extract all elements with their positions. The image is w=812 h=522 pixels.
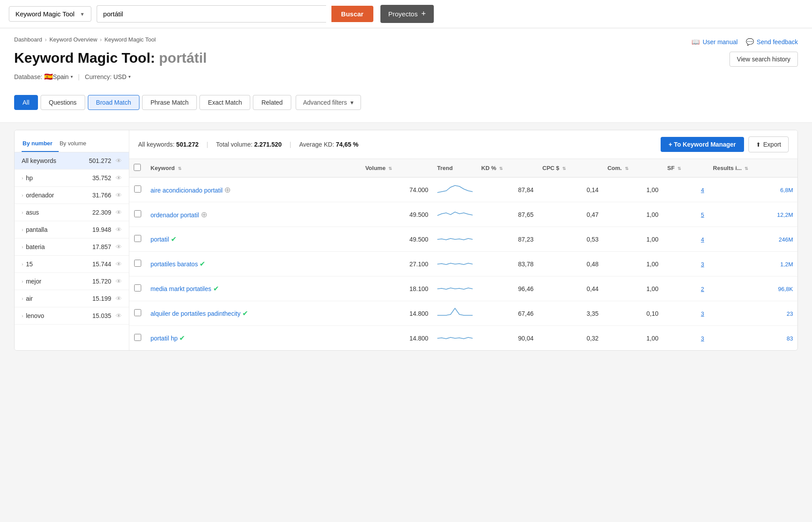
- row-checkbox[interactable]: [134, 210, 141, 217]
- results-link[interactable]: 6,8M: [780, 187, 793, 193]
- sf-link[interactable]: 4: [701, 187, 704, 193]
- col-volume[interactable]: Volume ⇅: [361, 159, 433, 178]
- sf-link[interactable]: 3: [701, 335, 704, 342]
- volume-cell: 49.500: [361, 202, 433, 227]
- row-checkbox[interactable]: [134, 235, 141, 242]
- sidebar-item[interactable]: › hp 35.752 👁: [15, 170, 129, 187]
- com-cell: 1,00: [603, 276, 663, 301]
- row-checkbox[interactable]: [134, 334, 141, 341]
- sf-link[interactable]: 5: [701, 212, 704, 218]
- keyword-link[interactable]: alquiler de portatiles padinthecity: [150, 310, 241, 317]
- eye-icon[interactable]: 👁: [116, 295, 122, 302]
- keyword-link[interactable]: portatil: [150, 236, 169, 243]
- col-sf[interactable]: SF ⇅: [663, 159, 709, 178]
- cpc-cell: 0,44: [538, 276, 603, 301]
- col-kd[interactable]: KD % ⇅: [477, 159, 538, 178]
- keyword-link[interactable]: aire acondicionado portatil: [150, 187, 222, 194]
- eye-icon[interactable]: 👁: [116, 278, 122, 285]
- volume-cell: 14.800: [361, 301, 433, 326]
- user-manual-link[interactable]: 📖 User manual: [692, 38, 737, 46]
- results-link[interactable]: 23: [787, 310, 793, 317]
- chevron-down-icon: ▼: [80, 11, 85, 17]
- tab-questions[interactable]: Questions: [41, 95, 85, 110]
- results-link[interactable]: 96,8K: [778, 286, 793, 292]
- eye-icon[interactable]: 👁: [116, 192, 122, 199]
- sidebar-item[interactable]: › mejor 15.720 👁: [15, 273, 129, 290]
- tab-related[interactable]: Related: [253, 95, 291, 110]
- sidebar-item[interactable]: › 15 15.744 👁: [15, 256, 129, 273]
- tab-phrase-match[interactable]: Phrase Match: [142, 95, 197, 110]
- col-results[interactable]: Results i... ⇅: [709, 159, 797, 178]
- send-feedback-link[interactable]: 💬 Send feedback: [746, 38, 798, 46]
- to-keyword-manager-button[interactable]: + To Keyword Manager: [661, 137, 744, 152]
- results-link[interactable]: 246M: [778, 236, 793, 243]
- eye-icon[interactable]: 👁: [116, 312, 122, 319]
- currency-selector[interactable]: USD ▾: [113, 73, 131, 80]
- database-selector[interactable]: Spain ▾: [53, 73, 73, 80]
- sidebar-item-count: 35.752: [92, 174, 111, 182]
- status-plus-icon[interactable]: ⊕: [224, 185, 231, 194]
- sidebar-item[interactable]: › lenovo 15.035 👁: [15, 307, 129, 325]
- row-checkbox-cell[interactable]: [129, 276, 146, 301]
- results-link[interactable]: 12,2M: [777, 212, 793, 218]
- tool-selector-button[interactable]: Keyword Magic Tool ▼: [9, 6, 91, 22]
- sf-link[interactable]: 2: [701, 286, 704, 292]
- export-button[interactable]: ⬆ Export: [748, 136, 789, 152]
- sf-link[interactable]: 4: [701, 236, 704, 243]
- results-link[interactable]: 1,2M: [780, 261, 793, 268]
- advanced-filters-button[interactable]: Advanced filters ▾: [296, 95, 361, 110]
- results-link[interactable]: 83: [787, 335, 793, 342]
- row-checkbox-cell[interactable]: [129, 301, 146, 326]
- row-checkbox[interactable]: [134, 284, 141, 291]
- sort-by-number[interactable]: By number: [22, 136, 59, 152]
- row-checkbox-cell[interactable]: [129, 252, 146, 276]
- eye-icon[interactable]: 👁: [116, 243, 122, 250]
- sidebar-item[interactable]: › bateria 17.857 👁: [15, 238, 129, 256]
- row-checkbox-cell[interactable]: [129, 227, 146, 252]
- search-input[interactable]: [97, 5, 326, 23]
- eye-icon[interactable]: 👁: [116, 209, 122, 216]
- row-checkbox-cell[interactable]: [129, 326, 146, 351]
- eye-icon[interactable]: 👁: [116, 261, 122, 268]
- sidebar-item[interactable]: › pantalla 19.948 👁: [15, 221, 129, 238]
- sidebar-item[interactable]: › ordenador 31.766 👁: [15, 187, 129, 204]
- eye-icon[interactable]: 👁: [116, 174, 122, 182]
- buscar-button[interactable]: Buscar: [331, 6, 373, 22]
- tab-exact-match[interactable]: Exact Match: [199, 95, 250, 110]
- row-checkbox-cell[interactable]: [129, 202, 146, 227]
- sidebar-item-label: bateria: [26, 243, 45, 250]
- sidebar-item[interactable]: All keywords 501.272 👁: [15, 152, 129, 170]
- keyword-link[interactable]: portatiles baratos: [150, 261, 198, 268]
- keyword-link[interactable]: ordenador portatil: [150, 212, 199, 219]
- proyectos-button[interactable]: Proyectos +: [380, 5, 434, 23]
- tool-selector-label: Keyword Magic Tool: [15, 10, 75, 18]
- sort-by-volume[interactable]: By volume: [59, 136, 93, 152]
- table-row: alquiler de portatiles padinthecity ✔ 14…: [129, 301, 797, 326]
- col-cpc[interactable]: CPC $ ⇅: [538, 159, 603, 178]
- eye-icon[interactable]: 👁: [116, 226, 122, 233]
- status-plus-icon[interactable]: ⊕: [201, 210, 207, 219]
- keyword-link[interactable]: portatil hp: [150, 335, 177, 342]
- volume-cell: 27.100: [361, 252, 433, 276]
- sidebar-item[interactable]: › air 15.199 👁: [15, 290, 129, 307]
- row-checkbox[interactable]: [134, 260, 141, 267]
- row-checkbox[interactable]: [134, 309, 141, 316]
- sf-link[interactable]: 3: [701, 310, 704, 317]
- col-com[interactable]: Com. ⇅: [603, 159, 663, 178]
- sidebar-item[interactable]: › asus 22.309 👁: [15, 204, 129, 221]
- keyword-link[interactable]: media markt portatiles: [150, 285, 211, 292]
- trend-cell: [433, 276, 477, 301]
- tab-broad-match[interactable]: Broad Match: [88, 95, 139, 110]
- row-checkbox-cell[interactable]: [129, 178, 146, 202]
- row-checkbox[interactable]: [134, 185, 141, 193]
- tab-all[interactable]: All: [14, 95, 38, 110]
- breadcrumb-keyword-overview[interactable]: Keyword Overview: [49, 36, 97, 43]
- col-keyword[interactable]: Keyword ⇅: [146, 159, 361, 178]
- select-all-checkbox[interactable]: [134, 164, 141, 171]
- eye-icon[interactable]: 👁: [116, 157, 122, 164]
- sf-link[interactable]: 3: [701, 261, 704, 268]
- sf-cell: 4: [663, 227, 709, 252]
- trend-cell: [433, 252, 477, 276]
- view-history-button[interactable]: View search history: [729, 52, 798, 67]
- breadcrumb-dashboard[interactable]: Dashboard: [14, 36, 42, 43]
